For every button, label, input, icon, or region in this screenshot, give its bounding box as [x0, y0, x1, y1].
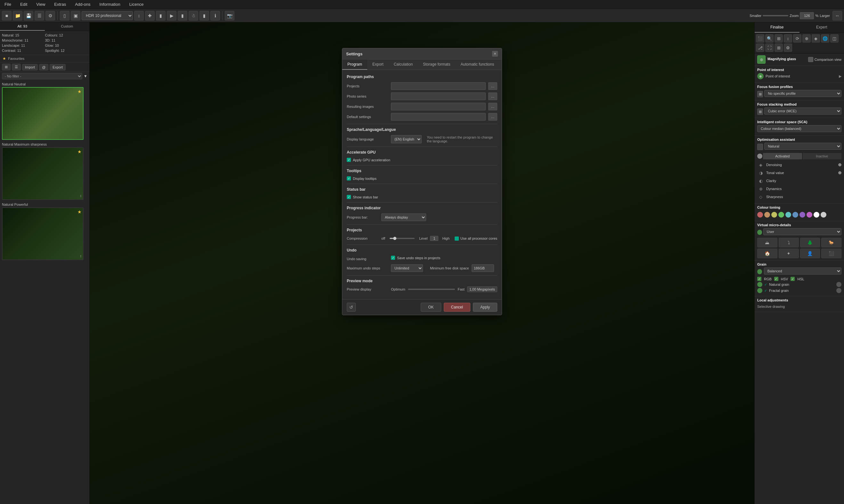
toolbar-wave[interactable]: ☃	[189, 11, 198, 20]
path-default-input[interactable]	[391, 113, 486, 121]
path-projects-browse[interactable]: …	[488, 82, 497, 90]
preset-select[interactable]: HDR 10 professional	[82, 11, 133, 20]
menu-licence[interactable]: Licence	[128, 2, 145, 7]
toolbar-new[interactable]: ■	[2, 11, 12, 20]
zoom-slider[interactable]	[763, 15, 788, 16]
toolbar-play[interactable]: ▶	[167, 11, 176, 20]
menu-view[interactable]: View	[35, 2, 47, 7]
modal-tab-storage[interactable]: Storage formats	[418, 59, 455, 70]
inactive-btn[interactable]: Inactive	[803, 153, 842, 159]
color-dot-5[interactable]	[792, 212, 798, 218]
toolbar-settings[interactable]: ⚙	[46, 11, 55, 20]
menu-information[interactable]: Information	[98, 2, 122, 7]
right-tool-5[interactable]: ⟳	[793, 34, 802, 42]
activated-btn[interactable]: Activated	[763, 153, 802, 159]
menu-edit[interactable]: Edit	[19, 2, 29, 7]
list-view-btn[interactable]: ☰	[12, 64, 21, 70]
vmd-icon-person[interactable]: ⤵	[779, 238, 799, 247]
focus-fusion-select[interactable]: No specific profile	[764, 90, 841, 97]
right-tool-9[interactable]: ◫	[830, 34, 839, 42]
modal-tab-export[interactable]: Export	[367, 59, 389, 70]
use-all-checkbox[interactable]	[455, 236, 459, 241]
right-tab-expert[interactable]: Expert	[799, 22, 844, 33]
color-dot-2[interactable]	[771, 212, 777, 218]
right-tool-6[interactable]: ⊕	[802, 34, 811, 42]
export-btn[interactable]: Export	[50, 64, 66, 70]
toolbar-compare[interactable]: ▮	[199, 11, 209, 20]
max-undo-select[interactable]: Unlimited	[391, 264, 423, 272]
modal-tab-program[interactable]: Program	[342, 59, 367, 70]
path-default-browse[interactable]: …	[488, 113, 497, 121]
toolbar-info[interactable]: ℹ	[210, 11, 220, 20]
color-dot-6[interactable]	[799, 212, 805, 218]
zoom-fit[interactable]: ↔	[832, 11, 842, 20]
preview-slider[interactable]	[408, 289, 455, 290]
optimisation-select[interactable]: Natural	[764, 143, 841, 150]
toolbar-save[interactable]: 💾	[24, 11, 33, 20]
hsl-checkbox[interactable]: ✓	[791, 277, 795, 281]
path-photo-browse[interactable]: …	[488, 92, 497, 100]
right-tool-3[interactable]: ⊞	[775, 34, 783, 42]
hsv-checkbox[interactable]: ✓	[774, 277, 778, 281]
tooltips-checkbox[interactable]: ✓	[347, 176, 351, 180]
min-disk-input[interactable]	[472, 264, 494, 272]
modal-tab-calculation[interactable]: Calculation	[389, 59, 418, 70]
filter-select[interactable]: - No filter -	[2, 73, 82, 79]
toolbar-copy[interactable]: ▯	[60, 11, 69, 20]
comp-slider[interactable]	[390, 238, 415, 239]
toolbar-open[interactable]: 📁	[13, 11, 22, 20]
import-btn[interactable]: Import	[22, 64, 38, 70]
path-photo-input[interactable]	[391, 92, 486, 100]
modal-close-btn[interactable]: ×	[492, 51, 498, 57]
color-dot-4[interactable]	[786, 212, 791, 218]
gpu-checkbox[interactable]: ✓	[347, 158, 351, 162]
colour-space-select[interactable]: Colour median (balanced)	[757, 125, 841, 132]
zoom-input[interactable]	[800, 12, 814, 19]
menu-extras[interactable]: Extras	[53, 2, 67, 7]
poi-icon[interactable]: ⊕	[757, 73, 763, 79]
path-projects-input[interactable]	[391, 82, 486, 90]
right-tool-10[interactable]: ⎇	[756, 43, 764, 52]
right-tool-11[interactable]: ⛶	[765, 43, 774, 52]
statusbar-checkbox[interactable]: ✓	[347, 195, 351, 199]
path-resulting-input[interactable]	[391, 103, 486, 110]
apply-button[interactable]: Apply	[473, 303, 497, 312]
color-dot-7[interactable]	[807, 212, 812, 218]
color-dot-1[interactable]	[764, 212, 770, 218]
vmd-icon-star[interactable]: ✦	[779, 249, 799, 258]
menu-file[interactable]: File	[3, 2, 13, 7]
toolbar-camera[interactable]: 📷	[225, 11, 234, 20]
menu-addons[interactable]: Add-ons	[74, 2, 92, 7]
at-btn[interactable]: @	[39, 64, 48, 70]
color-dot-0[interactable]	[757, 212, 763, 218]
reset-btn[interactable]: ↺	[347, 303, 356, 312]
rgb-checkbox[interactable]: ✓	[757, 277, 761, 281]
color-dot-3[interactable]	[778, 212, 784, 218]
right-tool-8[interactable]: 🌐	[821, 34, 829, 42]
toolbar-stop[interactable]: ▮	[178, 11, 187, 20]
vmd-icon-horse[interactable]: 🐎	[821, 238, 841, 247]
thumb-natural-neutral[interactable]: Natural Neutral ★	[2, 82, 87, 140]
magnifying-glass-icon[interactable]: ⊕	[757, 55, 766, 64]
color-dot-9[interactable]	[821, 212, 826, 218]
progress-select[interactable]: Always display	[381, 213, 426, 221]
vmd-icon-mountain[interactable]: ⛰	[757, 238, 777, 247]
grid-view-btn[interactable]: ⊞	[2, 64, 11, 70]
right-tool-13[interactable]: ⚙	[784, 43, 792, 52]
right-tool-2[interactable]: 🔍	[765, 34, 774, 42]
path-resulting-browse[interactable]: …	[488, 103, 497, 110]
language-select[interactable]: (EN) English	[391, 135, 422, 143]
right-tab-finalise[interactable]: Finalise	[755, 22, 799, 33]
thumb-img-0[interactable]: ★	[2, 87, 84, 140]
right-tool-4[interactable]: ↕	[784, 34, 792, 42]
ok-button[interactable]: OK	[421, 303, 441, 312]
vmd-icon-face[interactable]: 👤	[800, 249, 820, 258]
toolbar-plus[interactable]: ✚	[145, 11, 155, 20]
right-tool-1[interactable]: ⬛	[756, 34, 764, 42]
color-dot-8[interactable]	[813, 212, 819, 218]
thumb-natural-powerful[interactable]: Natural Powerful ★ ↕	[2, 202, 87, 260]
poi-expand-icon[interactable]: ▶	[839, 74, 841, 78]
focus-stacking-select[interactable]: Cubic error (MCE)	[764, 108, 841, 114]
tab-custom[interactable]: Custom	[45, 22, 90, 31]
vmd-icon-tree[interactable]: 🌲	[800, 238, 820, 247]
